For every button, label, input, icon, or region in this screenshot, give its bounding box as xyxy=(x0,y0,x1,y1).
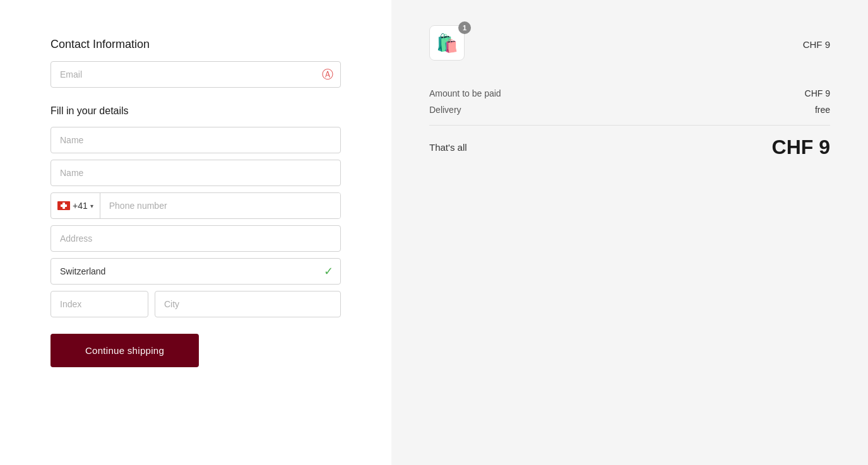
email-field[interactable] xyxy=(51,61,341,88)
amount-value: CHF 9 xyxy=(805,88,830,98)
total-row: That's all CHF 9 xyxy=(429,136,830,159)
delivery-value: free xyxy=(815,105,830,115)
continue-shipping-button[interactable]: Continue shipping xyxy=(51,334,199,367)
email-wrapper: Ⓐ xyxy=(51,61,341,88)
total-value: CHF 9 xyxy=(772,136,830,159)
right-panel: 🛍️ 1 CHF 9 Amount to be paid CHF 9 Deliv… xyxy=(391,0,868,465)
first-name-field[interactable] xyxy=(51,127,341,153)
cart-item-badge: 1 xyxy=(458,21,471,34)
total-label: That's all xyxy=(429,142,467,153)
phone-country-code: +41 xyxy=(73,201,88,211)
cart-icon-wrapper: 🛍️ 1 xyxy=(429,25,467,63)
city-field[interactable] xyxy=(155,291,341,317)
index-field[interactable] xyxy=(51,291,148,317)
details-section-title: Fill in your details xyxy=(51,105,341,117)
contact-info-title: Contact Information xyxy=(51,38,341,51)
email-error-icon: Ⓐ xyxy=(322,67,333,82)
left-panel: Contact Information Ⓐ Fill in your detai… xyxy=(0,0,391,465)
phone-number-field[interactable] xyxy=(100,193,340,218)
delivery-row: Delivery free xyxy=(429,105,830,115)
address-field[interactable] xyxy=(51,225,341,252)
cart-item-price: CHF 9 xyxy=(803,39,830,50)
amount-row: Amount to be paid CHF 9 xyxy=(429,88,830,98)
summary-divider xyxy=(429,125,830,126)
shopping-bag-icon: 🛍️ xyxy=(436,33,458,54)
swiss-flag-icon xyxy=(57,201,70,210)
delivery-label: Delivery xyxy=(429,105,461,115)
amount-label: Amount to be paid xyxy=(429,88,501,98)
country-wrapper: Switzerland Germany France Austria Italy… xyxy=(51,258,341,285)
cart-item-row: 🛍️ 1 CHF 9 xyxy=(429,25,830,63)
phone-wrapper: +41 ▾ xyxy=(51,192,341,219)
country-select[interactable]: Switzerland Germany France Austria Italy xyxy=(51,258,341,285)
phone-dropdown-arrow-icon: ▾ xyxy=(90,203,93,209)
last-name-field[interactable] xyxy=(51,160,341,186)
index-city-row xyxy=(51,291,341,317)
phone-prefix-selector[interactable]: +41 ▾ xyxy=(51,193,100,218)
country-check-icon: ✓ xyxy=(324,264,333,278)
